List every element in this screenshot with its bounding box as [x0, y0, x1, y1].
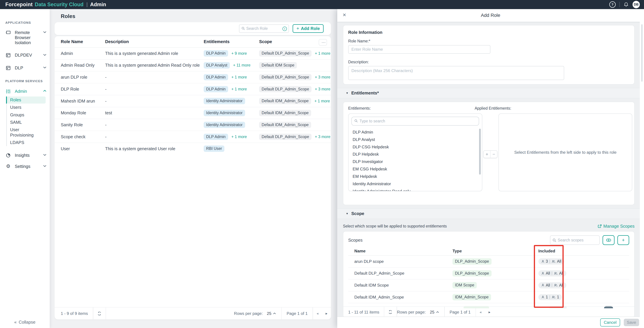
column-role-name: Role Name	[61, 39, 105, 44]
close-icon[interactable]: ✕	[342, 12, 346, 18]
sidebar-item-label: Admin	[15, 88, 42, 94]
more-entitlements-link[interactable]: + 9 more	[231, 51, 247, 56]
entitlement-chip: Identity Administrator	[204, 122, 245, 128]
previous-page-button[interactable]: ◂	[313, 311, 322, 316]
role-information-card: Role Information Role Name:* Description…	[343, 25, 634, 85]
chevron-up-icon	[43, 88, 46, 92]
chevron-down-icon	[43, 163, 46, 167]
more-scopes-link[interactable]: + 1 more	[315, 51, 330, 56]
entitlement-chip: DLP Admin	[204, 50, 228, 56]
entitlement-option[interactable]: DLP Admin	[348, 128, 482, 136]
entitlements-listbox: DLP Admin DLP Analyst DLP CSG Helpdesk D…	[348, 113, 482, 191]
refresh-icon[interactable]	[384, 310, 396, 314]
info-icon[interactable]: i	[282, 26, 287, 31]
more-entitlements-link[interactable]: + 1 more	[231, 87, 247, 91]
sliders-icon	[6, 88, 11, 94]
sidebar-item-user-provisioning[interactable]: User Provisioning	[7, 126, 46, 139]
scope-section-header[interactable]: ▼ Scope	[337, 208, 644, 219]
external-link-icon	[598, 224, 602, 228]
sidebar-item-roles[interactable]: Roles	[7, 96, 46, 104]
app-window-icon	[6, 52, 11, 58]
table-row[interactable]: User This is a system generated User rol…	[54, 143, 331, 155]
listbox-scrollbar[interactable]	[479, 129, 481, 175]
save-button[interactable]: Save	[624, 319, 639, 326]
table-row[interactable]: Admin This is a system generated Admin r…	[54, 48, 331, 60]
drawer-scrollbar[interactable]	[640, 22, 644, 317]
sidebar-item-dlp[interactable]: DLP	[0, 65, 50, 71]
sidebar-item-admin[interactable]: Admin	[0, 88, 50, 94]
chevron-up-icon	[436, 311, 439, 313]
items-count: 1 - 9 of 9 items	[54, 311, 93, 316]
entitlement-option[interactable]: Identity Administrator	[348, 180, 482, 188]
search-scopes-input[interactable]	[550, 238, 599, 243]
scope-row[interactable]: Default DLP_Admin_Scope DLP_Admin_Scope …	[348, 268, 629, 280]
rows-per-page-select[interactable]: Rows per page: 25	[234, 311, 281, 316]
more-scopes-link[interactable]: + 3 more	[315, 75, 330, 79]
notifications-bell-icon[interactable]	[624, 2, 629, 7]
scope-type-chip: DLP_Admin_Scope	[452, 270, 492, 277]
table-row[interactable]: arun DLP role - DLP Admin+ 1 more Defaul…	[54, 71, 331, 83]
sidebar-item-label: DLPDEV	[15, 52, 42, 58]
entitlement-option[interactable]: DLP CSG Helpdesk	[348, 143, 482, 151]
rows-per-page-select[interactable]: Rows per page: 25	[397, 310, 444, 315]
sidebar-item-saml[interactable]: SAML	[7, 119, 46, 126]
entitlement-option[interactable]: DLP Analyst	[348, 136, 482, 143]
add-role-button[interactable]: + Add Role	[292, 24, 324, 33]
table-row[interactable]: Mahesh IDM arun - Identity Administrator…	[54, 95, 331, 107]
collapse-sidebar-button[interactable]: « Collapse	[0, 320, 50, 325]
entitlements-card: Entitlements: Applied Entitlements: DLP …	[343, 102, 634, 205]
sidebar-item-remote-browser-isolation[interactable]: Remote Browser Isolation	[0, 30, 50, 45]
entitlement-option[interactable]: EM CSG Helpdesk	[348, 165, 482, 173]
column-entitlements: Entitlements	[204, 39, 259, 44]
table-row[interactable]: Scope check - DLP Admin+ 1 more Default …	[54, 131, 331, 143]
user-icon	[541, 284, 544, 287]
cancel-button[interactable]: Cancel	[600, 319, 620, 327]
column-settings-button[interactable]: ⋯	[319, 39, 327, 46]
topbar-divider: |	[86, 2, 88, 7]
role-name-field[interactable]	[348, 45, 490, 54]
more-entitlements-link[interactable]: + 11 more	[233, 63, 250, 67]
remove-entitlement-button[interactable]: −	[490, 151, 497, 158]
refresh-icon[interactable]	[93, 312, 106, 316]
previous-page-button[interactable]: ◂	[476, 310, 485, 314]
search-role-input[interactable]	[239, 26, 289, 31]
triangle-down-icon: ▼	[346, 92, 348, 95]
sidebar-item-insights[interactable]: Insights	[0, 152, 50, 158]
next-page-button[interactable]: ▸	[322, 311, 331, 316]
entitlement-option[interactable]: Identity Administrator Read only	[348, 188, 482, 191]
user-avatar[interactable]: DB	[632, 1, 640, 8]
sidebar-item-users[interactable]: Users	[7, 104, 46, 111]
more-scopes-link[interactable]: + 1 more	[314, 99, 330, 103]
scope-row[interactable]: Default IDM_Admin_Scope IDM_Admin_Scope …	[348, 292, 629, 304]
table-row[interactable]: DLP Role - DLP Admin+ 1 more Default DLP…	[54, 83, 331, 95]
entitlement-option[interactable]: DLP Helpdesk	[348, 151, 482, 158]
more-entitlements-link[interactable]: + 1 more	[231, 75, 247, 79]
sidebar-item-dlpdev[interactable]: DLPDEV	[0, 52, 50, 58]
manage-scopes-link[interactable]: Manage Scopes	[598, 224, 634, 229]
applied-entitlements-placeholder: Select Entitlements from the left side t…	[508, 150, 622, 155]
sidebar-item-settings[interactable]: ⚙ Settings	[0, 163, 50, 169]
table-row[interactable]: Admin Read Only This is a system generat…	[54, 60, 331, 71]
chevron-down-icon	[43, 65, 46, 69]
table-row[interactable]: Sanity Role - Identity Administrator Def…	[54, 119, 331, 131]
eye-icon	[606, 238, 611, 242]
more-scopes-link[interactable]: + 3 more	[315, 135, 330, 139]
entitlements-section-header[interactable]: ▼ Entitlements*	[337, 88, 644, 98]
sidebar-item-groups[interactable]: Groups	[7, 111, 46, 119]
preview-scope-button[interactable]	[602, 235, 614, 245]
entitlement-option[interactable]: EM Helpdesk	[348, 173, 482, 180]
next-page-button[interactable]: ▸	[485, 310, 494, 314]
scope-row[interactable]: Default IDM Scope IDM Scope All All	[348, 280, 629, 292]
help-icon[interactable]: ?	[609, 1, 616, 8]
roles-pagination: 1 - 9 of 9 items Rows per page: 25 Page …	[54, 307, 331, 320]
sidebar-item-ldaps[interactable]: LDAPS	[7, 139, 46, 146]
entitlements-search-input[interactable]	[352, 119, 479, 123]
add-scope-button[interactable]: +	[618, 235, 629, 245]
add-entitlement-button[interactable]: +	[484, 151, 490, 158]
scope-row[interactable]: arun DLP scope DLP_Admin_Scope 3 All	[348, 256, 629, 268]
table-row[interactable]: Monday Role test Identity Administrator …	[54, 107, 331, 119]
entitlement-option[interactable]: DLP Investigator	[348, 158, 482, 165]
more-entitlements-link[interactable]: + 1 more	[231, 135, 247, 139]
description-field[interactable]	[348, 66, 564, 80]
more-scopes-link[interactable]: + 3 more	[315, 87, 330, 91]
